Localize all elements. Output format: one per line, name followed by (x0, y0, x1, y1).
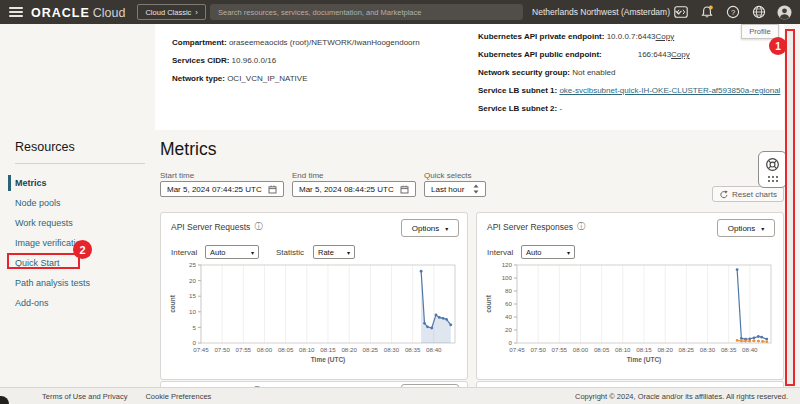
svg-text:08:05: 08:05 (594, 346, 610, 353)
svg-text:08:35: 08:35 (721, 346, 737, 353)
detail-network-type: Network type: OCI_VCN_IP_NATIVE (172, 74, 307, 83)
cloud-classic-button[interactable]: Cloud Classic › (137, 4, 205, 20)
svg-text:08:40: 08:40 (742, 346, 758, 353)
svg-text:08:20: 08:20 (341, 346, 357, 353)
menu-hamburger-icon[interactable] (9, 7, 23, 17)
calendar-icon (268, 185, 277, 194)
annotation-badge-1: 1 (769, 37, 787, 55)
brand-cloud: Cloud (93, 6, 126, 20)
sidebar-item-metrics[interactable]: Metrics (0, 173, 155, 193)
svg-text:08:05: 08:05 (278, 346, 294, 353)
detail-services-cidr: Services CIDR: 10.96.0.0/16 (172, 56, 276, 65)
assistance-widget[interactable] (758, 151, 787, 188)
language-globe-icon[interactable] (751, 5, 766, 20)
start-time-input[interactable]: Mar 5, 2024 07:44:25 UTC (160, 181, 284, 197)
calendar-icon (400, 185, 409, 194)
info-icon[interactable]: ⓘ (254, 221, 262, 232)
end-time-label: End time (292, 171, 324, 180)
svg-text:100: 100 (502, 274, 513, 281)
svg-text:08:30: 08:30 (384, 346, 400, 353)
terms-link[interactable]: Terms of Use and Privacy (42, 392, 127, 401)
reset-charts-button[interactable]: Reset charts (712, 186, 784, 202)
interval-select[interactable]: Auto ▾ (521, 245, 575, 259)
oracle-cloud-logo[interactable]: ORACLECloud (31, 3, 125, 21)
start-time-label: Start time (160, 171, 194, 180)
annotation-badge-2: 2 (73, 240, 92, 259)
svg-text:0: 0 (193, 339, 197, 346)
sidebar-item-node-pools[interactable]: Node pools (0, 193, 155, 213)
copyright-text: Copyright © 2024, Oracle and/or its affi… (575, 392, 788, 401)
caret-down-icon: ▾ (445, 225, 448, 232)
resources-sidebar: Resources Metrics Node pools Work reques… (0, 140, 155, 313)
api-server-requests-card: API Server Requests ⓘ Options ▾ Interval… (160, 212, 468, 380)
info-icon[interactable]: ⓘ (577, 221, 585, 232)
sidebar-item-work-requests[interactable]: Work requests (0, 213, 155, 233)
chevron-right-icon: › (195, 8, 198, 17)
profile-avatar[interactable] (777, 5, 792, 20)
clipped-row-remnant (172, 26, 286, 31)
quick-selects-select[interactable]: Last hour (424, 181, 486, 197)
statistic-label: Statistic (276, 248, 304, 257)
drag-dots-icon (767, 175, 779, 183)
interval-label: Interval (171, 248, 197, 257)
svg-text:08:00: 08:00 (573, 346, 589, 353)
sidebar-item-path-analysis-tests[interactable]: Path analysis tests (0, 273, 155, 293)
chart-title: API Server Responses ⓘ (487, 221, 585, 232)
api-server-responses-chart: 07:4507:5007:5508:0008:0508:1008:1508:20… (483, 259, 779, 371)
end-time-input[interactable]: Mar 5, 2024 08:44:25 UTC (292, 181, 416, 197)
svg-text:count: count (485, 294, 492, 313)
detail-lb-subnet-2: Service LB subnet 2: - (478, 104, 562, 113)
caret-down-icon: ▾ (567, 249, 570, 256)
svg-text:08:10: 08:10 (299, 346, 315, 353)
svg-text:120: 120 (502, 261, 513, 268)
subnet-link[interactable]: oke-svclbsubnet-quick-IH-OKE-CLUSTER-af5… (559, 86, 780, 95)
cluster-details-card: Compartment: oraseemeaocids (root)/NETWO… (155, 24, 784, 130)
svg-text:07:45: 07:45 (193, 346, 209, 353)
quick-selects-label: Quick selects (424, 171, 472, 180)
svg-text:Time (UTC): Time (UTC) (627, 356, 662, 364)
svg-text:07:55: 07:55 (552, 346, 568, 353)
svg-text:60: 60 (505, 300, 512, 307)
refresh-icon (719, 190, 728, 199)
statistic-select[interactable]: Rate ▾ (313, 245, 355, 259)
help-icon[interactable]: ? (725, 5, 740, 20)
svg-text:08:25: 08:25 (679, 346, 695, 353)
chart-title: API Server Requests ⓘ (171, 221, 262, 232)
top-navigation-bar: ORACLECloud Cloud Classic › Netherlands … (0, 0, 800, 24)
options-button[interactable]: Options ▾ (401, 219, 459, 237)
svg-text:10: 10 (189, 308, 196, 315)
svg-text:07:45: 07:45 (509, 346, 525, 353)
svg-text:08:40: 08:40 (426, 346, 442, 353)
svg-text:count: count (169, 294, 176, 313)
svg-text:07:50: 07:50 (214, 346, 230, 353)
profile-tooltip: Profile (741, 24, 779, 39)
svg-text:07:55: 07:55 (236, 346, 252, 353)
lifebuoy-icon (765, 157, 780, 172)
search-input[interactable] (210, 4, 523, 20)
annotation-box-scrollbar (785, 29, 795, 386)
svg-text:Time (UTC): Time (UTC) (311, 356, 346, 364)
svg-text:25: 25 (189, 261, 196, 268)
svg-text:20: 20 (189, 277, 196, 284)
sidebar-item-add-ons[interactable]: Add-ons (0, 293, 155, 313)
interval-select[interactable]: Auto ▾ (205, 245, 259, 259)
svg-text:80: 80 (505, 287, 512, 294)
svg-text:15: 15 (189, 292, 196, 299)
api-server-requests-chart: 07:4507:5007:5508:0008:0508:1008:1508:20… (167, 259, 463, 371)
options-button[interactable]: Options ▾ (717, 219, 775, 237)
region-selector[interactable]: Netherlands Northwest (Amsterdam) (532, 0, 682, 24)
svg-text:08:15: 08:15 (636, 346, 652, 353)
caret-down-icon: ▾ (761, 225, 764, 232)
cloud-shell-icon[interactable] (673, 5, 688, 20)
svg-text:08:10: 08:10 (615, 346, 631, 353)
copy-link[interactable]: Copy (671, 50, 690, 59)
detail-private-endpoint: Kubernetes API private endpoint: 10.0.0.… (478, 32, 674, 41)
cookie-preferences-link[interactable]: Cookie Preferences (145, 392, 211, 401)
notifications-bell-icon[interactable] (699, 5, 714, 20)
interval-label: Interval (487, 248, 513, 257)
svg-text:08:00: 08:00 (257, 346, 273, 353)
footer: Terms of Use and Privacy Cookie Preferen… (0, 387, 800, 404)
svg-text:?: ? (730, 8, 734, 17)
copy-link[interactable]: Copy (656, 32, 675, 41)
svg-text:08:25: 08:25 (363, 346, 379, 353)
